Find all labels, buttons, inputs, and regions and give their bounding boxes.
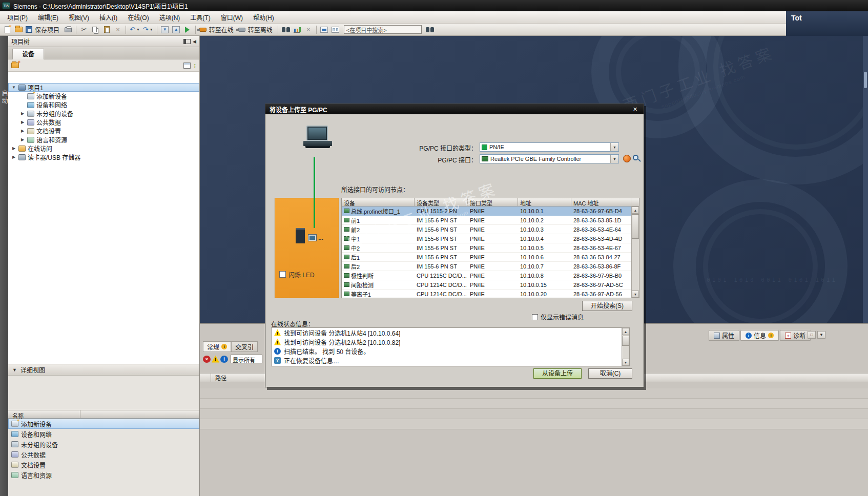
menu-item[interactable]: 项目(P) <box>2 11 33 23</box>
device-row[interactable]: 等离子1CPU 1214C DC/D...PN/IE10.10.0.2028-6… <box>342 290 631 298</box>
tree-item[interactable]: 添加新设备 <box>8 92 199 100</box>
device-row[interactable]: 后1IM 155-6 PN STPN/IE10.10.0.628-63-36-5… <box>342 253 631 262</box>
go-offline-button[interactable]: 转至离线 <box>237 25 275 34</box>
device-row[interactable]: 前2IM 155-6 PN STPN/IE10.10.0.328-63-36-5… <box>342 225 631 234</box>
pg-pc-interface-select[interactable]: Realtek PCIe GBE Family Controller ▼ <box>480 154 619 163</box>
dialog-close-button[interactable]: ✕ <box>631 106 639 113</box>
redo-button[interactable]: ↷▼ <box>142 25 154 34</box>
interface-properties-icon[interactable] <box>623 155 631 162</box>
collapse-pane-icon[interactable]: ▼ <box>817 331 825 339</box>
detail-view-item[interactable]: 未分组的设备 <box>8 439 199 449</box>
status-scrollbar[interactable]: ▲ ▼ <box>622 328 629 366</box>
column-header[interactable]: 接口类型 <box>468 198 518 206</box>
scroll-down-icon[interactable]: ▼ <box>622 359 629 366</box>
cut-button[interactable]: ✂ <box>79 25 89 34</box>
tree-item[interactable]: ▶读卡器/USB 存储器 <box>8 153 199 161</box>
collapse-panel-icon[interactable]: ◀ <box>193 39 196 44</box>
inspector-subtab[interactable]: 交叉引 <box>231 341 258 352</box>
dialog-title-bar[interactable]: 将设备上传至 PG/PC ✕ <box>265 104 644 114</box>
detail-name-column-header[interactable]: 名称 <box>8 410 199 419</box>
column-header[interactable]: MAC 地址 <box>571 198 631 206</box>
info-filter-icon[interactable]: i <box>220 356 228 363</box>
device-row[interactable]: 总线.profinet接口_1CPU 1515-2 PNPN/IE10.10.0… <box>342 206 631 216</box>
tab-properties[interactable]: 属性 <box>709 330 739 341</box>
menu-item[interactable]: 帮助(H) <box>248 11 279 23</box>
save-project-button[interactable]: 保存项目 <box>25 25 62 34</box>
scrollbar-thumb[interactable] <box>622 336 629 346</box>
device-row[interactable]: 中2IM 155-6 PN STPN/IE10.10.0.528-63-36-5… <box>342 243 631 253</box>
detail-view-item[interactable]: 添加新设备 <box>8 419 199 429</box>
tab-devices[interactable]: 设备 <box>12 49 44 59</box>
expander-icon[interactable]: ▶ <box>11 155 16 159</box>
expander-icon[interactable]: ▶ <box>20 111 25 116</box>
split-editor-button[interactable] <box>330 25 341 34</box>
menu-item[interactable]: 在线(O) <box>122 11 154 23</box>
menu-item[interactable]: 选项(N) <box>154 11 185 23</box>
device-row[interactable]: 后2IM 155-6 PN STPN/IE10.10.0.728-63-36-5… <box>342 262 631 271</box>
tree-item[interactable]: ▼项目1 <box>8 83 199 92</box>
tree-item[interactable]: ▶公共数据 <box>8 118 199 127</box>
print-button[interactable] <box>63 25 73 34</box>
delete-button[interactable]: × <box>113 25 123 34</box>
undo-dropdown-icon[interactable]: ▼ <box>136 28 140 31</box>
copy-button[interactable] <box>90 25 100 34</box>
scrollbar-thumb[interactable] <box>864 72 867 88</box>
dock-window-icon[interactable]: □ <box>808 331 816 339</box>
show-all-dropdown[interactable]: 显示所有 <box>231 355 262 363</box>
start-simulation-button[interactable] <box>182 25 193 34</box>
table-scrollbar[interactable]: ▲ ▼ <box>631 206 639 298</box>
column-header[interactable]: 设备类型 <box>415 198 468 206</box>
scroll-up-icon[interactable]: ▲ <box>622 328 629 335</box>
detail-view-header[interactable]: ▼ 详细视图 <box>8 364 199 376</box>
start-search-button[interactable]: 开始搜索(S) <box>582 301 632 311</box>
project-search-input[interactable] <box>344 25 422 34</box>
scroll-up-icon[interactable]: ▲ <box>632 206 639 214</box>
column-header[interactable]: 设备 <box>342 198 415 206</box>
column-view-icon[interactable] <box>183 63 191 69</box>
close-session-button[interactable]: × <box>303 25 314 34</box>
open-project-button[interactable] <box>13 25 24 34</box>
device-row[interactable]: 中1IM 155-6 PN STPN/IE10.10.0.428-63-36-5… <box>342 234 631 243</box>
detail-view-item[interactable]: 语言和资源 <box>8 470 199 480</box>
tree-item[interactable]: ▶文档设置 <box>8 127 199 135</box>
redo-dropdown-icon[interactable]: ▼ <box>150 28 153 31</box>
tree-item[interactable]: ▶未分组的设备 <box>8 109 199 118</box>
float-window-icon[interactable] <box>183 39 191 44</box>
device-row[interactable]: 极性判断CPU 1215C DC/D...PN/IE10.10.0.828-63… <box>342 271 631 280</box>
search-icon[interactable] <box>633 155 638 160</box>
pg-pc-type-select[interactable]: PN/IE ▼ <box>480 142 619 152</box>
upload-from-device-confirm-button[interactable]: 从设备上传 <box>533 368 582 379</box>
menu-item[interactable]: 窗口(W) <box>216 11 248 23</box>
menu-item[interactable]: 工具(T) <box>185 11 215 23</box>
tree-item[interactable]: 设备和网络 <box>8 100 199 109</box>
accessible-devices-button[interactable] <box>281 25 291 34</box>
expander-icon[interactable]: ▶ <box>20 129 25 133</box>
undo-button[interactable]: ↶▼ <box>129 25 141 34</box>
scroll-down-icon[interactable]: ▼ <box>632 291 639 298</box>
task-card-rail[interactable] <box>863 36 868 323</box>
detail-view-item[interactable]: 设备和网络 <box>8 429 199 439</box>
device-row[interactable]: 前1IM 155-6 PN STPN/IE10.10.0.228-63-36-5… <box>342 216 631 225</box>
detail-view-item[interactable]: 文档设置 <box>8 460 199 470</box>
expander-icon[interactable]: ▶ <box>11 146 16 151</box>
device-row[interactable]: 间距检测CPU 1214C DC/D...PN/IE10.10.0.1528-6… <box>342 280 631 290</box>
window-layout-button[interactable] <box>319 25 329 34</box>
only-errors-checkbox[interactable] <box>532 314 538 320</box>
detail-view-item[interactable]: 公共数据 <box>8 449 199 460</box>
paste-button[interactable] <box>101 25 112 34</box>
diagnostics-chart-button[interactable] <box>292 25 302 34</box>
dropdown-arrow-icon[interactable]: ▼ <box>610 155 618 163</box>
go-online-button[interactable]: 转至在线 <box>198 25 236 34</box>
sort-icon[interactable]: ↕ <box>193 63 196 69</box>
menu-item[interactable]: 插入(I) <box>94 11 122 23</box>
cancel-button[interactable]: 取消(C) <box>588 368 632 379</box>
find-in-project-button[interactable] <box>425 25 435 34</box>
column-header[interactable]: 地址 <box>518 198 571 206</box>
expander-icon[interactable]: ▶ <box>20 137 25 142</box>
flash-led-checkbox[interactable] <box>279 271 286 278</box>
tree-item[interactable]: ▶在线访问 <box>8 144 199 153</box>
tree-item[interactable]: ▶语言和资源 <box>8 135 199 144</box>
error-filter-icon[interactable]: × <box>203 356 211 363</box>
upload-from-device-button[interactable]: ▲ <box>171 25 181 34</box>
menu-item[interactable]: 编辑(E) <box>33 11 64 23</box>
